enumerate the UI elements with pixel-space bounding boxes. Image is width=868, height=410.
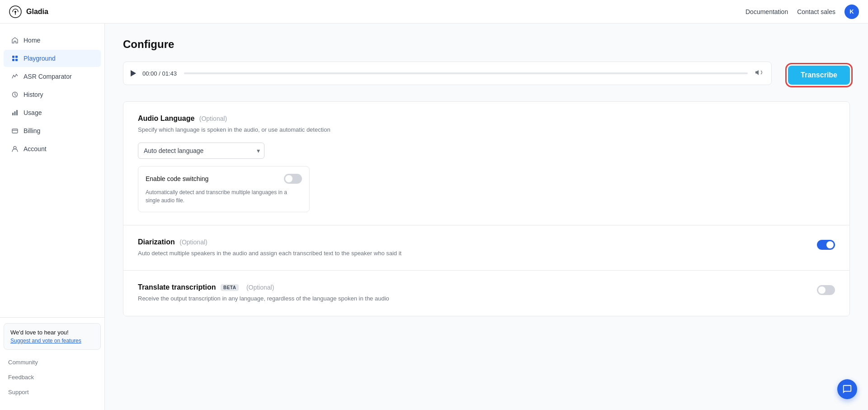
code-switching-title: Enable code switching <box>146 175 208 182</box>
transcribe-button[interactable]: Transcribe <box>788 66 850 85</box>
playground-icon <box>11 54 19 62</box>
svg-rect-9 <box>16 110 18 115</box>
sidebar-bottom: We'd love to hear you! Suggest and vote … <box>0 317 104 403</box>
sidebar-bottom-links: Community Feedback Support <box>4 355 101 399</box>
diarization-desc: Auto detect multiple speakers in the aud… <box>138 249 806 258</box>
navbar-left: Gladia <box>9 5 48 18</box>
diarization-row: Diarization (Optional) Auto detect multi… <box>138 238 835 258</box>
svg-rect-2 <box>12 56 14 58</box>
contact-sales-link[interactable]: Contact sales <box>797 8 835 15</box>
navbar: Gladia Documentation Contact sales K <box>0 0 868 24</box>
diarization-toggle[interactable] <box>817 240 835 250</box>
home-icon <box>11 36 19 44</box>
history-icon <box>11 91 19 99</box>
sidebar-item-asr-label: ASR Comparator <box>24 73 72 80</box>
sidebar-item-billing-label: Billing <box>24 127 40 134</box>
sidebar-support-link[interactable]: Support <box>4 385 101 399</box>
code-switching-card: Enable code switching Automatically dete… <box>138 166 310 212</box>
sidebar-item-asr-comparator[interactable]: ASR Comparator <box>4 68 101 85</box>
code-switching-slider <box>284 174 302 184</box>
sidebar-item-home[interactable]: Home <box>4 32 101 49</box>
main-content: Configure 00:00 / 01:43 Transcr <box>105 24 868 410</box>
documentation-link[interactable]: Documentation <box>745 8 788 15</box>
audio-current-time: 00:00 <box>142 70 157 77</box>
sidebar: Home Playground ASR Comparator <box>0 24 105 410</box>
chat-bubble-button[interactable] <box>837 379 857 399</box>
diarization-slider <box>817 240 835 250</box>
usage-icon <box>11 109 19 117</box>
audio-language-section: Audio Language (Optional) Specify which … <box>123 102 849 225</box>
audio-time-display: 00:00 / 01:43 <box>142 70 177 77</box>
translate-header: Translate transcription BETA (Optional) <box>138 283 806 291</box>
sidebar-item-playground[interactable]: Playground <box>4 50 101 67</box>
svg-rect-8 <box>14 111 16 115</box>
diarization-optional: (Optional) <box>179 238 207 246</box>
billing-icon <box>11 127 19 135</box>
content-sections: Audio Language (Optional) Specify which … <box>123 101 850 316</box>
audio-play-button[interactable] <box>131 70 136 76</box>
page-title: Configure <box>123 38 850 51</box>
diarization-text: Diarization (Optional) Auto detect multi… <box>138 238 806 258</box>
svg-rect-10 <box>12 129 18 133</box>
sidebar-item-history[interactable]: History <box>4 86 101 103</box>
audio-language-header: Audio Language (Optional) <box>138 114 835 123</box>
language-dropdown-wrapper: Auto detect language English French Span… <box>138 143 264 159</box>
audio-language-title: Audio Language <box>138 114 194 122</box>
sidebar-item-history-label: History <box>24 91 43 98</box>
audio-progress-bar[interactable] <box>184 72 748 74</box>
sidebar-community-link[interactable]: Community <box>4 355 101 369</box>
diarization-section: Diarization (Optional) Auto detect multi… <box>123 225 849 271</box>
account-icon <box>11 145 19 153</box>
translate-row: Translate transcription BETA (Optional) … <box>138 283 835 303</box>
audio-total-time: 01:43 <box>162 70 177 77</box>
brand-name: Gladia <box>26 8 48 16</box>
translate-desc: Receive the output transcription in any … <box>138 294 806 303</box>
sidebar-item-account[interactable]: Account <box>4 140 101 157</box>
sidebar-item-usage[interactable]: Usage <box>4 104 101 121</box>
diarization-header: Diarization (Optional) <box>138 238 806 246</box>
play-triangle-icon <box>131 70 136 76</box>
feedback-card-title: We'd love to hear you! <box>10 329 94 336</box>
audio-language-optional: (Optional) <box>199 115 227 122</box>
translate-optional: (Optional) <box>246 284 274 291</box>
svg-rect-3 <box>15 56 18 58</box>
translate-text: Translate transcription BETA (Optional) … <box>138 283 806 303</box>
sidebar-item-account-label: Account <box>24 145 47 153</box>
audio-language-desc: Specify which language is spoken in the … <box>138 125 835 134</box>
sidebar-feedback-link[interactable]: Feedback <box>4 370 101 384</box>
translate-slider <box>817 285 835 295</box>
svg-rect-7 <box>12 113 14 115</box>
translate-section: Translate transcription BETA (Optional) … <box>123 271 849 316</box>
code-switching-toggle[interactable] <box>284 174 302 184</box>
feedback-card: We'd love to hear you! Suggest and vote … <box>4 323 101 350</box>
sidebar-nav: Home Playground ASR Comparator <box>0 31 104 314</box>
language-dropdown[interactable]: Auto detect language English French Span… <box>138 143 264 159</box>
audio-player: 00:00 / 01:43 <box>123 62 772 85</box>
asr-icon <box>11 72 19 81</box>
diarization-title: Diarization <box>138 238 175 246</box>
sidebar-item-home-label: Home <box>24 37 40 44</box>
translate-toggle[interactable] <box>817 285 835 295</box>
gladia-logo-icon <box>9 5 22 18</box>
chat-bubble-icon <box>842 384 852 394</box>
svg-rect-4 <box>12 59 14 61</box>
app-body: Home Playground ASR Comparator <box>0 24 868 410</box>
sidebar-item-playground-label: Playground <box>24 55 56 62</box>
translate-title: Translate transcription <box>138 283 216 291</box>
sidebar-item-billing[interactable]: Billing <box>4 122 101 139</box>
beta-badge: BETA <box>221 284 239 291</box>
sidebar-item-usage-label: Usage <box>24 109 42 116</box>
svg-rect-5 <box>15 59 18 61</box>
navbar-right: Documentation Contact sales K <box>745 5 859 19</box>
user-avatar[interactable]: K <box>844 5 859 19</box>
feedback-card-link[interactable]: Suggest and vote on features <box>10 338 94 344</box>
code-switching-desc: Automatically detect and transcribe mult… <box>146 188 302 205</box>
code-switching-header: Enable code switching <box>146 174 302 184</box>
audio-volume-icon[interactable] <box>755 68 764 79</box>
